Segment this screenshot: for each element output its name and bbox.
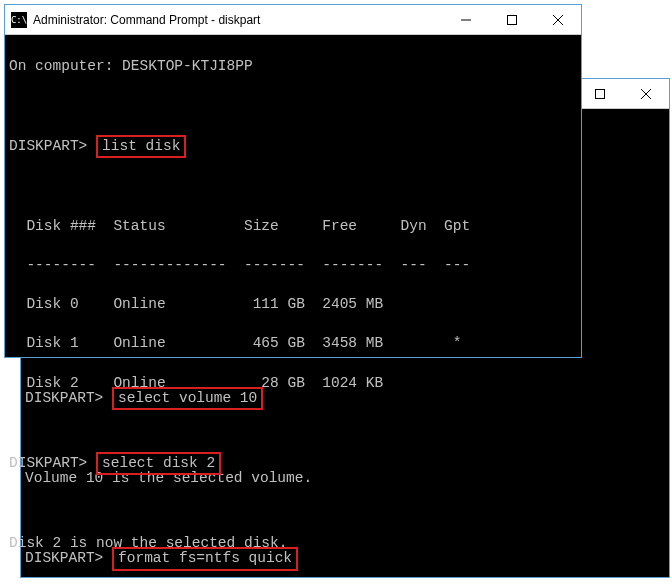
terminal-front-output: On computer: DESKTOP-KTJI8PP DISKPART> l… bbox=[5, 35, 581, 585]
svg-rect-5 bbox=[508, 15, 517, 24]
cmd-list-disk: list disk bbox=[96, 135, 186, 159]
window-controls-front bbox=[443, 5, 581, 34]
close-button[interactable] bbox=[623, 79, 669, 108]
cmd-select-disk: select disk 2 bbox=[96, 452, 221, 476]
cmd-icon: C:\ bbox=[11, 12, 27, 28]
close-button[interactable] bbox=[535, 5, 581, 34]
titlebar-front[interactable]: C:\ Administrator: Command Prompt - disk… bbox=[5, 5, 581, 35]
maximize-button[interactable] bbox=[577, 79, 623, 108]
maximize-button[interactable] bbox=[489, 5, 535, 34]
foreground-window: C:\ Administrator: Command Prompt - disk… bbox=[4, 4, 582, 358]
title-text-front: Administrator: Command Prompt - diskpart bbox=[33, 13, 443, 27]
minimize-button[interactable] bbox=[443, 5, 489, 34]
svg-rect-1 bbox=[596, 89, 605, 98]
